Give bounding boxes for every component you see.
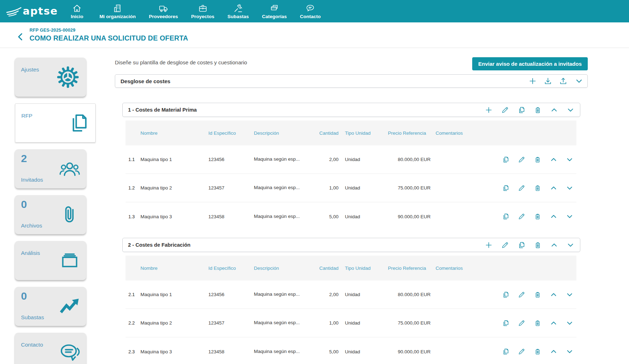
table-row: 1.1 Maquina tipo 1 123456 Maquina según … — [126, 145, 576, 174]
edit-icon[interactable] — [518, 291, 526, 299]
sidebar-card-subastas[interactable]: 0 Subastas — [15, 287, 86, 326]
design-subtitle: Diseñe su plantilla de desglose de coste… — [115, 57, 247, 65]
sidebar-card-archivos[interactable]: 0 Archivos — [15, 195, 86, 234]
nav-item-mi-organizacion[interactable]: Mi organización — [100, 4, 136, 19]
duplicate-icon[interactable] — [517, 241, 526, 249]
nav-item-subastas[interactable]: Subastas — [228, 4, 249, 19]
chevron-up-icon[interactable] — [550, 213, 558, 220]
cell-nombre: Maquina tipo 3 — [140, 349, 208, 354]
section-header[interactable]: 1 - Costes de Material Prima — [122, 103, 580, 117]
table-row: 2.1 Maquina tipo 1 123456 Maquina según … — [126, 280, 576, 309]
row-actions — [478, 156, 574, 164]
delete-icon[interactable] — [534, 106, 542, 114]
cell-descripcion: Maquina según esp... — [254, 156, 307, 163]
chevron-down-icon[interactable] — [566, 156, 574, 164]
chevron-down-icon[interactable] — [574, 77, 584, 85]
edit-icon[interactable] — [518, 348, 526, 355]
sidebar-card-label: Archivos — [21, 223, 42, 229]
add-icon[interactable] — [485, 106, 493, 114]
edit-icon[interactable] — [518, 184, 526, 192]
chevron-up-icon[interactable] — [550, 319, 558, 327]
main-nav: Inicio Mi organización Proveedores Proye… — [68, 4, 321, 19]
back-button[interactable] — [16, 32, 25, 42]
delete-icon[interactable] — [534, 241, 542, 249]
chevron-up-icon[interactable] — [550, 291, 558, 299]
sidebar-card-invitados[interactable]: 2 Invitados — [15, 149, 86, 188]
duplicate-icon[interactable] — [502, 184, 510, 192]
nav-item-proyectos[interactable]: Proyectos — [191, 4, 214, 19]
sidebar-card-label: Subastas — [21, 314, 44, 321]
table-header-row: Nombre Id Específico Descripción Cantida… — [126, 121, 576, 145]
cell-nombre: Maquina tipo 1 — [140, 157, 208, 162]
chevron-up-icon[interactable] — [550, 106, 558, 114]
chevron-up-icon[interactable] — [550, 184, 558, 192]
send-update-notice-button[interactable]: Enviar aviso de actualización a invitado… — [472, 57, 588, 70]
logo-swoosh-icon — [6, 5, 22, 17]
cell-id: 123458 — [208, 214, 254, 219]
cell-precio: 80.000,00 EUR — [388, 292, 436, 297]
upload-icon[interactable] — [559, 77, 567, 85]
cell-precio: 90.000,00 EUR — [388, 349, 436, 354]
table-row: 1.3 Maquina tipo 3 123458 Maquina según … — [126, 202, 576, 231]
edit-icon[interactable] — [518, 319, 526, 327]
sidebar-card-label: RFP — [21, 113, 32, 119]
duplicate-icon[interactable] — [502, 213, 510, 220]
delete-icon[interactable] — [534, 319, 542, 327]
chevron-down-icon[interactable] — [566, 213, 574, 220]
chevron-down-icon[interactable] — [566, 291, 574, 299]
section-header[interactable]: 2 - Costes de Fabricación — [122, 238, 580, 252]
sidebar-card-rfp[interactable]: RFP — [15, 103, 96, 143]
edit-icon[interactable] — [518, 156, 526, 164]
section-toolbar — [485, 241, 575, 249]
row-actions — [478, 213, 574, 220]
row-number: 1.3 — [128, 214, 140, 219]
duplicate-icon[interactable] — [502, 156, 510, 164]
section-title: 2 - Costes de Fabricación — [128, 242, 191, 248]
chevron-down-icon[interactable] — [566, 348, 574, 355]
delete-icon[interactable] — [534, 213, 542, 220]
nav-item-categorias[interactable]: Categorías — [262, 4, 287, 19]
breadcrumb: RFP GES-2025-00029 — [30, 28, 188, 33]
documents-icon — [68, 112, 90, 134]
categories-icon — [270, 4, 279, 13]
duplicate-icon[interactable] — [502, 319, 510, 327]
add-icon[interactable] — [485, 241, 493, 249]
delete-icon[interactable] — [534, 291, 542, 299]
chevron-down-icon[interactable] — [566, 319, 574, 327]
row-actions — [478, 348, 574, 355]
chevron-down-icon[interactable] — [566, 106, 575, 114]
folders-icon — [59, 250, 81, 272]
app-logo[interactable]: aptse — [6, 5, 58, 17]
nav-item-proveedores[interactable]: Proveedores — [149, 4, 178, 19]
nav-item-label: Subastas — [228, 14, 249, 19]
duplicate-icon[interactable] — [502, 291, 510, 299]
chevron-down-icon[interactable] — [566, 241, 575, 249]
delete-icon[interactable] — [534, 156, 542, 164]
delete-icon[interactable] — [534, 348, 542, 355]
nav-item-inicio[interactable]: Inicio — [68, 4, 86, 19]
cell-descripcion: Maquina según esp... — [254, 213, 307, 220]
download-icon[interactable] — [544, 77, 552, 85]
cell-nombre: Maquina tipo 1 — [140, 292, 208, 297]
chevron-down-icon[interactable] — [566, 184, 574, 192]
nav-item-contacto[interactable]: Contacto — [300, 4, 321, 19]
duplicate-icon[interactable] — [502, 348, 510, 355]
edit-icon[interactable] — [501, 106, 509, 114]
chevron-up-icon[interactable] — [550, 156, 558, 164]
sidebar-card-label: Ajustes — [21, 66, 39, 73]
column-header-tipo-unidad: Tipo Unidad — [345, 266, 388, 271]
sidebar-card-contacto[interactable]: Contacto — [15, 333, 86, 364]
duplicate-icon[interactable] — [517, 106, 526, 114]
chevron-up-icon[interactable] — [550, 348, 558, 355]
cell-tipo-unidad: Unidad — [345, 292, 388, 297]
chevron-up-icon[interactable] — [550, 241, 558, 249]
cost-breakdown-panel[interactable]: Desglose de costes — [115, 74, 588, 88]
edit-icon[interactable] — [518, 213, 526, 220]
delete-icon[interactable] — [534, 184, 542, 192]
add-icon[interactable] — [528, 77, 537, 85]
sidebar-card-ajustes[interactable]: Ajustes — [15, 58, 86, 97]
edit-icon[interactable] — [501, 241, 509, 249]
column-header-comentarios: Comentarios — [436, 266, 478, 271]
column-header-cantidad: Cantidad — [307, 130, 339, 136]
sidebar-card-analisis[interactable]: Análisis — [15, 241, 86, 280]
